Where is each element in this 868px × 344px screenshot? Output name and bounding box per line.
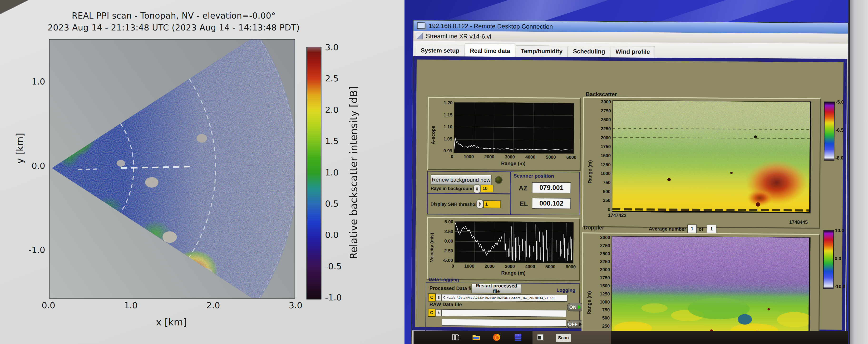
tab-wind-profile[interactable]: Wind profile bbox=[611, 46, 655, 58]
ppi-y-tick-labels: 1.00.0-1.0 bbox=[14, 77, 45, 255]
tick-label: 5000 bbox=[545, 264, 555, 269]
doppler-title: Doppler bbox=[584, 224, 604, 231]
data-logging-box: Processed Data file Restart processed fi… bbox=[426, 282, 580, 333]
ppi-plot-title: REAL PPI scan - Tonopah, NV - elevation=… bbox=[26, 11, 321, 21]
tick-label: 3.0 bbox=[325, 42, 339, 52]
tab-system-setup[interactable]: System setup bbox=[416, 45, 464, 56]
restart-processed-file-button[interactable]: Restart processed file bbox=[471, 284, 521, 293]
tab-scheduling[interactable]: Scheduling bbox=[568, 46, 610, 57]
spinner-down-icon[interactable]: ▼ bbox=[476, 189, 478, 192]
renew-background-led bbox=[495, 176, 502, 184]
ppi-x-tick-labels: 0.01.02.03.0 bbox=[42, 300, 303, 310]
background-controls-box: Renew background now Rays in background … bbox=[427, 171, 511, 194]
extra-path-field[interactable] bbox=[442, 319, 566, 326]
tick-label: 0.0 bbox=[835, 256, 841, 261]
velocity-x-tick-labels: 0100020003000400050006000 bbox=[452, 263, 576, 269]
rays-spinner[interactable]: ▲▼ bbox=[473, 184, 480, 193]
tick-label: 1.05 bbox=[443, 136, 452, 141]
window-app-icon[interactable] bbox=[536, 333, 545, 342]
processed-path-field[interactable]: C:\Lidar\Data\Proc\2023\202308\20230814\… bbox=[442, 294, 567, 302]
firefox-icon[interactable] bbox=[492, 333, 501, 342]
snr-value-field[interactable]: 1 bbox=[483, 200, 501, 208]
ascope-plot-area bbox=[454, 102, 575, 154]
backscatter-graph-panel: 3000275025002250200017501500125010007505… bbox=[582, 97, 821, 229]
tick-label: 4000 bbox=[525, 154, 535, 160]
raw-drive-badge[interactable]: C bbox=[428, 309, 435, 317]
tick-label: 0.0 bbox=[325, 230, 339, 240]
processed-logging-toggle-on[interactable]: ON bbox=[567, 303, 584, 311]
tick-label: 2.0 bbox=[325, 105, 339, 115]
tick-label: 500 bbox=[603, 189, 611, 194]
doppler-y-axis-label: Range (m) bbox=[586, 262, 592, 314]
ppi-x-axis-label: x [km] bbox=[49, 317, 294, 327]
tab-real-time-data[interactable]: Real time data bbox=[465, 44, 516, 57]
tick-label: 0.0 bbox=[32, 161, 45, 171]
tick-label: -10.0 bbox=[834, 284, 845, 289]
tick-label: 0.0 bbox=[42, 300, 55, 310]
tick-label: 2750 bbox=[600, 243, 610, 248]
monitor-bezel bbox=[848, 0, 868, 344]
file-explorer-icon[interactable] bbox=[472, 333, 480, 342]
average-of-field[interactable]: 1 bbox=[707, 225, 716, 233]
snr-threshold-label: Display SNR threshold bbox=[430, 201, 479, 207]
el-value-field[interactable]: 000.102 bbox=[532, 198, 571, 209]
tick-label: 250 bbox=[603, 198, 611, 203]
tick-label: 3000 bbox=[600, 235, 610, 240]
on-indicator-icon bbox=[578, 305, 581, 309]
blue-app-icon[interactable] bbox=[514, 333, 523, 342]
snr-spinner[interactable]: ▲▼ bbox=[476, 200, 483, 208]
tick-label: 750 bbox=[603, 180, 611, 185]
az-label: AZ bbox=[519, 184, 528, 192]
ascope-x-axis-label: Range (m) bbox=[454, 160, 573, 167]
velocity-y-tick-labels: 5.002.500.00-2.50-5.00 bbox=[438, 219, 453, 263]
real-time-data-page: 1.201.151.101.050.99 A-scope 01000200030… bbox=[412, 56, 847, 333]
average-number-field[interactable]: 1 bbox=[687, 225, 697, 233]
rays-value-field[interactable]: 10 bbox=[480, 185, 494, 192]
tick-label: 1.5 bbox=[325, 136, 339, 146]
backscatter-time-start: 1747422 bbox=[608, 212, 626, 218]
ppi-colorbar bbox=[307, 47, 321, 299]
off-toggle-label: OFF bbox=[568, 322, 578, 327]
spinner-down-icon[interactable]: ▼ bbox=[479, 204, 481, 207]
scan-taskbar-button[interactable]: Scan bbox=[556, 334, 571, 342]
logging-label: Logging bbox=[557, 288, 575, 293]
processed-drive-badge[interactable]: C bbox=[428, 293, 436, 302]
ascope-x-tick-labels: 0100020003000400050006000 bbox=[451, 154, 576, 160]
renew-background-button[interactable]: Renew background now bbox=[431, 174, 492, 185]
tick-label: -8.0 bbox=[835, 155, 843, 161]
tick-label: 2250 bbox=[601, 126, 611, 132]
az-value-field[interactable]: 079.001 bbox=[532, 182, 571, 193]
raw-browse-icon[interactable]: 8 bbox=[435, 309, 442, 316]
tab-temp-humidity[interactable]: Temp/humidity bbox=[516, 46, 567, 57]
tick-label: 0 bbox=[452, 263, 454, 269]
raw-path-field[interactable] bbox=[442, 309, 566, 317]
velocity-plot-area bbox=[455, 221, 574, 263]
rdp-title-text: 192.168.0.122 - Remote Desktop Connectio… bbox=[429, 22, 553, 30]
tick-label: 1000 bbox=[464, 154, 474, 159]
tick-label: 1500 bbox=[600, 153, 611, 158]
raw-logging-toggle-off[interactable]: OFF bbox=[567, 320, 583, 328]
tick-label: 250 bbox=[602, 323, 610, 329]
ppi-plot-subtitle: 2023 Aug 14 - 21:13:48 UTC (2023 Aug 14 … bbox=[26, 23, 321, 32]
tick-label: 1250 bbox=[600, 162, 611, 167]
photo-of-dual-monitors: REAL PPI scan - Tonopah, NV - elevation=… bbox=[0, 0, 868, 344]
tick-label: 2500 bbox=[601, 117, 611, 122]
tab-strip: System setup Real time data Temp/humidit… bbox=[413, 41, 848, 59]
task-view-icon[interactable] bbox=[451, 333, 460, 342]
labview-vi-icon bbox=[416, 33, 423, 39]
backscatter-plot-area bbox=[612, 100, 811, 213]
tick-label: 1.10 bbox=[443, 124, 452, 130]
tick-label: 2.5 bbox=[325, 74, 339, 83]
doppler-graph-panel: 3000275025002250200017501500125010007505… bbox=[582, 232, 820, 344]
tick-label: 5000 bbox=[546, 154, 556, 160]
tick-label: 3000 bbox=[505, 264, 515, 269]
tick-label: 750 bbox=[602, 307, 610, 313]
tick-label: 4000 bbox=[525, 264, 535, 269]
tick-label: 0.99 bbox=[443, 148, 452, 153]
tick-label: 1750 bbox=[600, 144, 611, 149]
tick-label: -5.00 bbox=[442, 258, 453, 263]
el-label: EL bbox=[520, 200, 528, 208]
tick-label: 3000 bbox=[601, 99, 611, 105]
processed-browse-icon[interactable]: 8 bbox=[436, 294, 442, 301]
tick-label: 1.0 bbox=[32, 77, 45, 86]
